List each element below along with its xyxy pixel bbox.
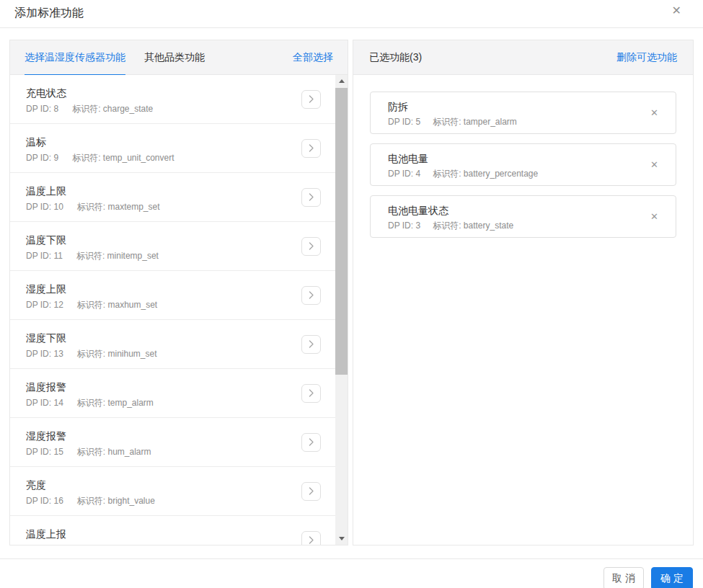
function-dp-id: DP ID: 14	[26, 398, 63, 409]
selected-functions-panel: 已选功能(3) 删除可选功能 防拆 DP ID: 5 标识符: tamper_a…	[353, 40, 694, 545]
function-dp-id: DP ID: 12	[26, 300, 63, 311]
function-identifier: 标识符: charge_state	[72, 104, 153, 115]
selected-functions-header: 已选功能(3) 删除可选功能	[353, 40, 693, 75]
function-name: 温度报警	[26, 380, 297, 394]
function-meta: DP ID: 11 标识符: minitemp_set	[26, 251, 297, 262]
add-function-button[interactable]	[301, 90, 321, 109]
function-name: 充电状态	[26, 86, 297, 100]
footer-divider	[0, 558, 703, 559]
function-identifier: 标识符: minitemp_set	[76, 251, 159, 262]
add-function-button[interactable]	[301, 335, 321, 354]
function-meta: DP ID: 14 标识符: temp_alarm	[26, 398, 297, 409]
function-list-item: 湿度上限 DP ID: 12 标识符: maxhum_set	[10, 271, 348, 320]
function-dp-id: DP ID: 16	[26, 496, 63, 507]
close-icon[interactable]: ✕	[672, 3, 681, 19]
function-meta: DP ID: 8 标识符: charge_state	[26, 104, 297, 115]
add-function-button[interactable]	[301, 286, 321, 305]
function-identifier: 标识符: tamper_alarm	[433, 117, 517, 128]
add-function-button[interactable]	[301, 384, 321, 403]
remove-function-icon[interactable]: ✕	[650, 212, 658, 222]
function-dp-id: DP ID: 13	[26, 349, 63, 360]
function-dp-id: DP ID: 3	[388, 220, 420, 231]
function-name: 电池电量	[388, 151, 632, 166]
add-function-button[interactable]	[301, 139, 321, 158]
function-name: 亮度	[26, 478, 297, 492]
remove-function-icon[interactable]: ✕	[650, 160, 658, 170]
function-meta: DP ID: 12 标识符: maxhum_set	[26, 300, 297, 311]
function-identifier: 标识符: battery_state	[433, 220, 513, 231]
function-meta: DP ID: 5 标识符: tamper_alarm	[388, 117, 632, 128]
select-all-link[interactable]: 全部选择	[293, 51, 333, 64]
confirm-button[interactable]: 确 定	[651, 567, 693, 588]
chevron-right-icon	[309, 487, 314, 495]
function-dp-id: DP ID: 15	[26, 447, 63, 458]
selected-function-card: 防拆 DP ID: 5 标识符: tamper_alarm ✕	[370, 92, 676, 134]
function-meta: DP ID: 4 标识符: battery_percentage	[388, 169, 632, 179]
list-scrollbar[interactable]	[335, 75, 348, 545]
selected-function-card: 电池电量状态 DP ID: 3 标识符: battery_state ✕	[370, 195, 676, 238]
add-function-button[interactable]	[301, 237, 321, 256]
add-function-button[interactable]	[301, 188, 321, 207]
function-name: 温度上报	[26, 527, 297, 541]
function-meta: DP ID: 15 标识符: hum_alarm	[26, 447, 297, 458]
chevron-right-icon	[309, 242, 314, 250]
function-meta: DP ID: 3 标识符: battery_state	[388, 220, 632, 231]
chevron-right-icon	[309, 291, 314, 299]
function-list-item: 湿度下限 DP ID: 13 标识符: minihum_set	[10, 320, 348, 369]
add-function-button[interactable]	[301, 433, 321, 452]
tab-other-category-functions[interactable]: 其他品类功能	[144, 40, 205, 75]
add-function-button[interactable]	[301, 482, 321, 501]
function-list-item: 湿度报警 DP ID: 15 标识符: hum_alarm	[10, 418, 348, 467]
function-identifier: 标识符: temp_alarm	[77, 398, 154, 409]
function-dp-id: DP ID: 8	[26, 104, 58, 115]
function-name: 温度上限	[26, 184, 297, 198]
add-function-button[interactable]	[301, 531, 321, 545]
function-meta: DP ID: 13 标识符: minihum_set	[26, 349, 297, 360]
function-dp-id: DP ID: 11	[26, 251, 63, 262]
chevron-right-icon	[309, 193, 314, 201]
chevron-right-icon	[309, 95, 314, 103]
function-list-item: 亮度 DP ID: 16 标识符: bright_value	[10, 467, 348, 516]
function-identifier: 标识符: maxtemp_set	[77, 202, 160, 213]
scroll-up-button[interactable]	[335, 75, 348, 87]
function-identifier: 标识符: battery_percentage	[433, 169, 538, 179]
selected-function-card: 电池电量 DP ID: 4 标识符: battery_percentage ✕	[370, 143, 676, 186]
function-identifier: 标识符: minihum_set	[77, 349, 157, 360]
chevron-right-icon	[309, 438, 314, 446]
function-list-item: 温度报警 DP ID: 14 标识符: temp_alarm	[10, 369, 348, 418]
function-name: 湿度下限	[26, 331, 297, 345]
function-meta: DP ID: 9 标识符: temp_unit_convert	[26, 153, 297, 164]
dialog-title: 添加标准功能	[14, 6, 84, 21]
function-list-item: 温度下限 DP ID: 11 标识符: minitemp_set	[10, 222, 348, 271]
function-dp-id: DP ID: 9	[26, 153, 58, 164]
function-name: 温标	[26, 135, 297, 149]
function-list: 充电状态 DP ID: 8 标识符: charge_state 温标 DP ID…	[10, 75, 348, 545]
scroll-up-icon	[339, 79, 345, 83]
chevron-right-icon	[309, 389, 314, 397]
function-name: 防拆	[388, 99, 632, 114]
dialog-header: 添加标准功能 ✕	[0, 0, 703, 28]
function-dp-id: DP ID: 5	[388, 117, 420, 128]
selected-function-cards: 防拆 DP ID: 5 标识符: tamper_alarm ✕ 电池电量 DP …	[353, 75, 693, 545]
available-functions-header: 选择温湿度传感器功能 其他品类功能 全部选择	[10, 40, 348, 75]
function-dp-id: DP ID: 10	[26, 202, 63, 213]
delete-optional-functions-link[interactable]: 删除可选功能	[616, 51, 677, 64]
function-name: 温度下限	[26, 233, 297, 247]
chevron-right-icon	[309, 536, 314, 544]
function-dp-id: DP ID: 4	[388, 169, 420, 179]
tab-sensor-functions[interactable]: 选择温湿度传感器功能	[25, 40, 125, 75]
remove-function-icon[interactable]: ✕	[650, 108, 658, 118]
chevron-right-icon	[309, 144, 314, 152]
function-name: 湿度报警	[26, 429, 297, 443]
scrollbar-thumb[interactable]	[335, 88, 348, 375]
function-meta: DP ID: 10 标识符: maxtemp_set	[26, 202, 297, 213]
scroll-down-icon	[339, 537, 345, 540]
function-identifier: 标识符: hum_alarm	[77, 447, 151, 458]
function-name: 湿度上限	[26, 282, 297, 296]
function-meta: DP ID: 16 标识符: bright_value	[26, 496, 297, 507]
scroll-down-button[interactable]	[335, 533, 348, 545]
function-list-item: 充电状态 DP ID: 8 标识符: charge_state	[10, 75, 348, 124]
cancel-button[interactable]: 取 消	[603, 567, 644, 588]
selected-functions-title: 已选功能(3)	[369, 51, 422, 64]
function-list-item: 温标 DP ID: 9 标识符: temp_unit_convert	[10, 124, 348, 173]
